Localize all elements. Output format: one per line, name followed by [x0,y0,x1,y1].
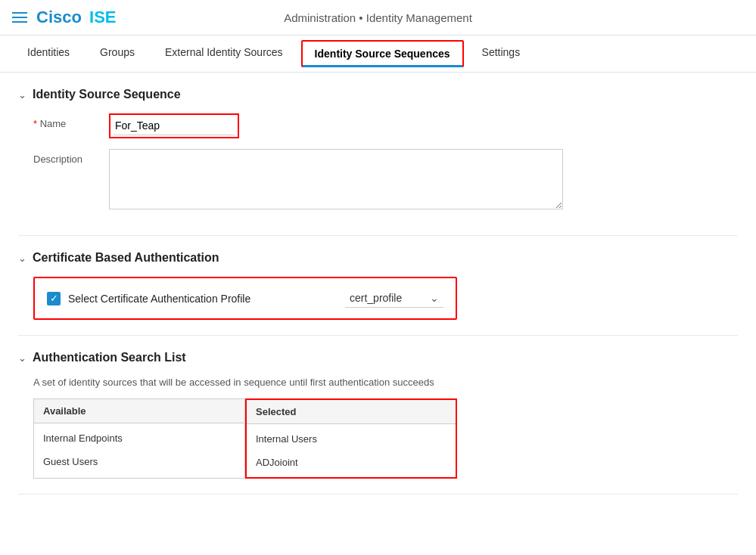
brand-cisco: Cisco [36,8,82,27]
section-header-cert: ⌄ Certificate Based Authentication [18,251,738,265]
page-title: Administration • Identity Management [284,11,472,24]
hamburger-icon[interactable] [12,12,27,23]
nav-tabs: Identities Groups External Identity Sour… [0,36,756,73]
dual-list: Available Internal Endpoints Guest Users… [33,398,738,479]
section-title-auth-search: Authentication Search List [33,351,186,364]
name-label: * Name [33,113,109,129]
identity-source-sequence-section: ⌄ Identity Source Sequence * Name Descri… [18,73,738,236]
section-header-identity: ⌄ Identity Source Sequence [18,88,738,101]
description-textarea[interactable] [109,149,563,209]
tab-wrapper-settings: Settings [467,36,536,72]
tab-external-identity-sources[interactable]: External Identity Sources [150,36,298,69]
cert-checkbox[interactable]: ✓ [47,292,61,305]
section-title-cert: Certificate Based Authentication [33,251,219,265]
available-list-header: Available [34,399,244,423]
auth-description: A set of identity sources that will be a… [33,377,738,388]
tab-settings[interactable]: Settings [467,36,536,69]
cert-dropdown-value: cert_profile [350,292,425,304]
main-content: ⌄ Identity Source Sequence * Name Descri… [0,73,756,495]
certificate-section: ⌄ Certificate Based Authentication ✓ Sel… [18,236,738,336]
selected-list-box: Selected Internal Users ADJoioint [245,398,457,479]
tab-wrapper-groups: Groups [85,36,150,72]
tab-groups[interactable]: Groups [85,36,150,69]
list-item[interactable]: Internal Endpoints [34,426,244,450]
auth-search-list-section: ⌄ Authentication Search List A set of id… [18,336,738,495]
selected-list-header: Selected [247,400,456,424]
section-title-identity: Identity Source Sequence [33,88,181,101]
name-input[interactable] [114,116,235,135]
tab-identities[interactable]: Identities [12,36,85,69]
top-header: Cisco ISE Administration • Identity Mana… [0,0,756,36]
cert-auth-box: ✓ Select Certificate Authentication Prof… [33,277,457,320]
chevron-down-icon: ⌄ [18,89,26,101]
selected-list-items: Internal Users ADJoioint [247,424,456,477]
description-label: Description [33,149,109,165]
available-list-box: Available Internal Endpoints Guest Users [33,398,245,479]
brand: Cisco ISE [36,8,117,27]
tab-wrapper-identity-source-sequences: Identity Source Sequences [301,40,464,67]
name-form-row: * Name [18,113,738,138]
section-header-auth-search: ⌄ Authentication Search List [18,351,738,364]
description-form-row: Description [18,149,738,209]
list-item[interactable]: Guest Users [34,450,244,473]
name-input-wrapper [109,113,239,138]
tab-wrapper-external-identity: External Identity Sources [150,36,298,72]
tab-identity-source-sequences[interactable]: Identity Source Sequences [303,42,462,66]
available-list-items: Internal Endpoints Guest Users [34,423,244,476]
brand-ise: ISE [89,8,116,27]
cert-checkbox-label: Select Certificate Authentication Profil… [68,293,330,305]
list-item[interactable]: Internal Users [247,427,456,451]
tab-wrapper-identities: Identities [12,36,85,72]
list-item[interactable]: ADJoioint [247,451,456,474]
chevron-down-icon-auth: ⌄ [18,352,26,364]
chevron-down-icon-cert: ⌄ [18,253,26,264]
cert-dropdown[interactable]: cert_profile ⌄ [345,289,443,308]
cert-dropdown-arrow-icon: ⌄ [430,292,439,304]
